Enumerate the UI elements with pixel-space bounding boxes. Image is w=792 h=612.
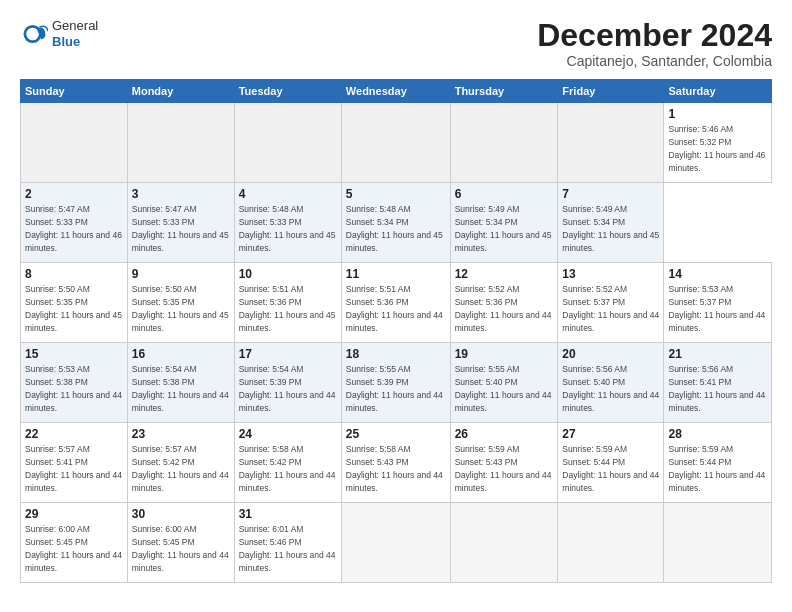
table-row: 28Sunrise: 5:59 AMSunset: 5:44 PMDayligh… [664, 423, 772, 503]
col-saturday: Saturday [664, 80, 772, 103]
table-row: 7Sunrise: 5:49 AMSunset: 5:34 PMDaylight… [558, 183, 664, 263]
empty-cell [234, 103, 341, 183]
table-row: 17Sunrise: 5:54 AMSunset: 5:39 PMDayligh… [234, 343, 341, 423]
table-row: 23Sunrise: 5:57 AMSunset: 5:42 PMDayligh… [127, 423, 234, 503]
week-row-4: 15Sunrise: 5:53 AMSunset: 5:38 PMDayligh… [21, 343, 772, 423]
table-row: 22Sunrise: 5:57 AMSunset: 5:41 PMDayligh… [21, 423, 128, 503]
col-friday: Friday [558, 80, 664, 103]
location: Capitanejo, Santander, Colombia [537, 53, 772, 69]
table-row: 29Sunrise: 6:00 AMSunset: 5:45 PMDayligh… [21, 503, 128, 583]
table-row: 26Sunrise: 5:59 AMSunset: 5:43 PMDayligh… [450, 423, 558, 503]
logo-blue: Blue [52, 34, 98, 50]
empty-cell [21, 103, 128, 183]
week-row-2: 2Sunrise: 5:47 AMSunset: 5:33 PMDaylight… [21, 183, 772, 263]
table-row [664, 503, 772, 583]
logo: General Blue [20, 18, 98, 49]
table-row: 30Sunrise: 6:00 AMSunset: 5:45 PMDayligh… [127, 503, 234, 583]
logo-icon [20, 20, 48, 48]
week-row-3: 8Sunrise: 5:50 AMSunset: 5:35 PMDaylight… [21, 263, 772, 343]
table-row [450, 503, 558, 583]
table-row: 8Sunrise: 5:50 AMSunset: 5:35 PMDaylight… [21, 263, 128, 343]
empty-cell [341, 103, 450, 183]
table-row: 11Sunrise: 5:51 AMSunset: 5:36 PMDayligh… [341, 263, 450, 343]
table-row [341, 503, 450, 583]
table-row: 12Sunrise: 5:52 AMSunset: 5:36 PMDayligh… [450, 263, 558, 343]
table-row: 2Sunrise: 5:47 AMSunset: 5:33 PMDaylight… [21, 183, 128, 263]
table-row: 5Sunrise: 5:48 AMSunset: 5:34 PMDaylight… [341, 183, 450, 263]
empty-cell [558, 103, 664, 183]
logo-general: General [52, 18, 98, 34]
col-thursday: Thursday [450, 80, 558, 103]
table-row: 9Sunrise: 5:50 AMSunset: 5:35 PMDaylight… [127, 263, 234, 343]
col-tuesday: Tuesday [234, 80, 341, 103]
table-row: 1Sunrise: 5:46 AMSunset: 5:32 PMDaylight… [664, 103, 772, 183]
table-row: 3Sunrise: 5:47 AMSunset: 5:33 PMDaylight… [127, 183, 234, 263]
table-row: 4Sunrise: 5:48 AMSunset: 5:33 PMDaylight… [234, 183, 341, 263]
table-row: 16Sunrise: 5:54 AMSunset: 5:38 PMDayligh… [127, 343, 234, 423]
table-row: 10Sunrise: 5:51 AMSunset: 5:36 PMDayligh… [234, 263, 341, 343]
table-row: 13Sunrise: 5:52 AMSunset: 5:37 PMDayligh… [558, 263, 664, 343]
table-row: 27Sunrise: 5:59 AMSunset: 5:44 PMDayligh… [558, 423, 664, 503]
table-row [558, 503, 664, 583]
empty-cell [450, 103, 558, 183]
table-row: 15Sunrise: 5:53 AMSunset: 5:38 PMDayligh… [21, 343, 128, 423]
week-row-1: 1Sunrise: 5:46 AMSunset: 5:32 PMDaylight… [21, 103, 772, 183]
empty-cell [127, 103, 234, 183]
col-sunday: Sunday [21, 80, 128, 103]
table-row: 31Sunrise: 6:01 AMSunset: 5:46 PMDayligh… [234, 503, 341, 583]
month-title: December 2024 [537, 18, 772, 53]
logo-text: General Blue [52, 18, 98, 49]
week-row-5: 22Sunrise: 5:57 AMSunset: 5:41 PMDayligh… [21, 423, 772, 503]
calendar-table: Sunday Monday Tuesday Wednesday Thursday… [20, 79, 772, 583]
table-row: 18Sunrise: 5:55 AMSunset: 5:39 PMDayligh… [341, 343, 450, 423]
week-row-6: 29Sunrise: 6:00 AMSunset: 5:45 PMDayligh… [21, 503, 772, 583]
table-row: 21Sunrise: 5:56 AMSunset: 5:41 PMDayligh… [664, 343, 772, 423]
col-wednesday: Wednesday [341, 80, 450, 103]
header: General Blue December 2024 Capitanejo, S… [20, 18, 772, 69]
table-row: 6Sunrise: 5:49 AMSunset: 5:34 PMDaylight… [450, 183, 558, 263]
table-row: 25Sunrise: 5:58 AMSunset: 5:43 PMDayligh… [341, 423, 450, 503]
table-row: 19Sunrise: 5:55 AMSunset: 5:40 PMDayligh… [450, 343, 558, 423]
col-monday: Monday [127, 80, 234, 103]
table-row: 24Sunrise: 5:58 AMSunset: 5:42 PMDayligh… [234, 423, 341, 503]
table-row: 20Sunrise: 5:56 AMSunset: 5:40 PMDayligh… [558, 343, 664, 423]
title-block: December 2024 Capitanejo, Santander, Col… [537, 18, 772, 69]
table-row: 14Sunrise: 5:53 AMSunset: 5:37 PMDayligh… [664, 263, 772, 343]
page: General Blue December 2024 Capitanejo, S… [0, 0, 792, 612]
calendar-header-row: Sunday Monday Tuesday Wednesday Thursday… [21, 80, 772, 103]
